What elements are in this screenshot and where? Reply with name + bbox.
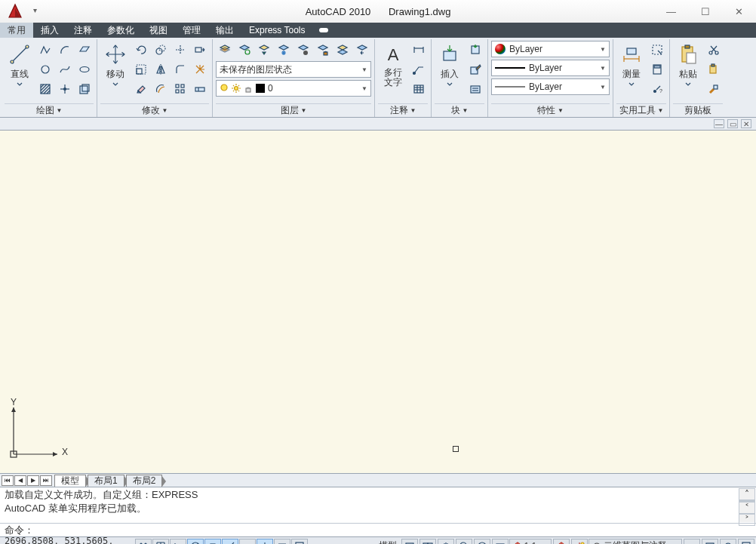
layer-iso-button[interactable]	[255, 41, 273, 59]
pan-button[interactable]	[438, 539, 454, 545]
tab-insert[interactable]: 插入	[33, 23, 66, 38]
move-button[interactable]: 移动	[100, 41, 131, 88]
dyn-toggle[interactable]	[257, 539, 273, 545]
quickview-drawings[interactable]	[419, 539, 436, 545]
ortho-toggle[interactable]	[170, 539, 186, 545]
command-window[interactable]: 加载自定义文件成功。自定义组：EXPRESS AutoCAD 菜单实用程序已加载…	[0, 487, 756, 523]
showmotion-button[interactable]	[492, 539, 509, 545]
hardware-accel-button[interactable]	[702, 539, 718, 545]
layer-current-combo[interactable]: 0 ▼	[216, 80, 371, 97]
cleanscreen-button[interactable]	[738, 539, 754, 545]
mtext-button[interactable]: A 多行 文字	[378, 41, 408, 89]
copyclip-button[interactable]	[705, 60, 723, 78]
model-space-button[interactable]: 模型	[376, 539, 400, 544]
tab-layout1[interactable]: 布局1	[88, 475, 124, 487]
tab-manage[interactable]: 管理	[175, 23, 208, 38]
hatch-button[interactable]	[36, 80, 54, 98]
panel-prop-title[interactable]: 特性▼	[491, 103, 610, 117]
tab-model[interactable]: 模型	[54, 475, 86, 487]
stretch-button[interactable]	[191, 41, 209, 59]
arc-button[interactable]	[56, 41, 74, 59]
layer-lock-button[interactable]	[314, 41, 332, 59]
panel-anno-title[interactable]: 注释▼	[378, 103, 428, 117]
measure-button[interactable]: 测量	[616, 41, 647, 88]
tab-view[interactable]: 视图	[142, 23, 175, 38]
layer-states-button[interactable]	[235, 41, 254, 59]
array-button[interactable]	[171, 80, 189, 98]
attr-button[interactable]	[466, 80, 484, 98]
matchprop-button[interactable]	[705, 80, 723, 98]
dim-linear-button[interactable]	[410, 41, 428, 59]
snap-toggle[interactable]	[135, 539, 152, 545]
circle-button[interactable]	[36, 60, 54, 78]
doc-max-button[interactable]: ▭	[727, 119, 738, 128]
color-combo[interactable]: ByLayer▼	[491, 41, 610, 57]
panel-util-title[interactable]: 实用工具▼	[616, 103, 666, 117]
join-button[interactable]	[191, 80, 209, 98]
layer-state-combo[interactable]: 未保存的图层状态▼	[216, 61, 371, 78]
qat-dropdown-icon[interactable]: ▾	[33, 6, 37, 14]
ducs-toggle[interactable]	[239, 539, 256, 545]
insert-block-button[interactable]: 插入	[435, 41, 465, 88]
quickcalc-button[interactable]	[648, 60, 666, 78]
qp-toggle[interactable]	[291, 539, 308, 545]
panel-block-title[interactable]: 块▼	[435, 103, 484, 117]
offset-button[interactable]	[152, 80, 170, 98]
zoom-button[interactable]	[456, 539, 472, 545]
tab-express[interactable]: Express Tools	[241, 23, 312, 38]
mirror-button[interactable]	[152, 60, 170, 78]
tab-home[interactable]: 常用	[0, 23, 33, 38]
edit-block-button[interactable]	[466, 60, 484, 78]
layer-prev-button[interactable]	[353, 41, 371, 59]
annoscale-display[interactable]: 1:1▼	[509, 539, 552, 545]
drawing-canvas[interactable]: Y X	[0, 130, 756, 473]
table-button[interactable]	[410, 80, 428, 98]
explode-button[interactable]	[191, 60, 209, 78]
isolate-button[interactable]	[720, 539, 736, 545]
tab-output[interactable]: 输出	[208, 23, 241, 38]
layer-freeze-button[interactable]	[275, 41, 293, 59]
tab-next-button[interactable]: ▶	[27, 475, 39, 486]
create-block-button[interactable]	[466, 41, 484, 59]
rect-button[interactable]	[75, 41, 94, 59]
osnap-toggle[interactable]	[204, 539, 221, 545]
annoauto-toggle[interactable]	[571, 539, 588, 545]
quickview-layouts[interactable]	[401, 539, 418, 545]
scroll-left-button[interactable]: ˂	[739, 502, 755, 514]
leader-button[interactable]	[410, 60, 428, 78]
erase-button[interactable]	[132, 80, 150, 98]
layer-match-button[interactable]	[333, 41, 352, 59]
lock-ui-button[interactable]	[684, 539, 700, 545]
lineweight-combo[interactable]: ByLayer▼	[491, 60, 610, 76]
lwt-toggle[interactable]	[274, 539, 290, 545]
trim-button[interactable]	[171, 41, 189, 59]
panel-modify-title[interactable]: 修改▼	[100, 103, 209, 117]
rotate-button[interactable]	[132, 41, 150, 59]
layer-properties-button[interactable]	[216, 41, 234, 59]
doc-close-button[interactable]: ✕	[741, 119, 751, 128]
id-point-button[interactable]: ?	[648, 80, 666, 98]
tab-last-button[interactable]: ⏭	[40, 475, 52, 486]
tab-prev-button[interactable]: ◀	[14, 475, 26, 486]
wheel-button[interactable]	[474, 539, 490, 545]
pline-button[interactable]	[36, 41, 54, 59]
annovis-toggle[interactable]	[553, 539, 570, 545]
select-button[interactable]	[648, 41, 666, 59]
window-minimize-button[interactable]: —	[654, 0, 688, 23]
polar-toggle[interactable]	[187, 539, 204, 545]
workspace-switcher[interactable]: 二维草图与注释▼	[589, 539, 682, 545]
linetype-combo[interactable]: ByLayer▼	[491, 78, 610, 95]
otrack-toggle[interactable]	[222, 539, 238, 545]
scroll-right-button[interactable]: ˃	[739, 514, 755, 526]
copy-button[interactable]	[152, 41, 170, 59]
cut-button[interactable]	[705, 41, 723, 59]
point-button[interactable]	[56, 80, 74, 98]
line-button[interactable]: 直线	[5, 41, 35, 88]
doc-min-button[interactable]: —	[714, 119, 724, 128]
grid-toggle[interactable]	[152, 539, 169, 545]
tab-first-button[interactable]: ⏮	[2, 475, 14, 486]
region-button[interactable]	[75, 80, 94, 98]
panel-draw-title[interactable]: 绘图▼	[5, 103, 94, 117]
command-input[interactable]: 命令：	[0, 523, 756, 536]
tab-extra-icon[interactable]	[312, 23, 335, 38]
